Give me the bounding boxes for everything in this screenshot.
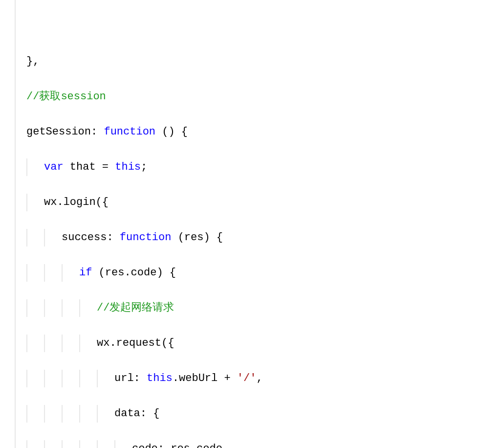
token: : — [134, 372, 147, 384]
token: : — [107, 231, 119, 244]
token: (res.code) { — [92, 267, 176, 279]
token: : { — [140, 407, 160, 420]
token: () { — [155, 126, 188, 138]
code-line: //发起网络请求 — [9, 299, 481, 317]
code-line: if (res.code) { — [9, 264, 481, 282]
code-line: var that = this; — [9, 158, 481, 176]
keyword-token: var — [44, 161, 64, 173]
code-line: success: function (res) { — [9, 229, 481, 246]
keyword-token: if — [79, 267, 92, 279]
keyword-token: this — [115, 161, 141, 173]
token: ; — [141, 161, 147, 173]
comment-token: //发起网络请求 — [97, 302, 174, 314]
token: getSession — [26, 126, 91, 138]
token: success — [62, 231, 107, 244]
code-line: code: res.code — [9, 440, 481, 448]
code-line: wx.request({ — [9, 335, 481, 352]
token: : — [91, 126, 104, 138]
comment-token: //获取session — [26, 90, 106, 103]
code-line: getSession: function () { — [9, 123, 481, 141]
token: , — [256, 372, 262, 384]
code-line: url: this.webUrl + '/', — [9, 370, 481, 387]
string-token: '/' — [237, 372, 257, 384]
code-line: }, — [9, 53, 481, 70]
keyword-token: function — [104, 126, 155, 138]
token: : res.code — [158, 443, 222, 448]
token: url — [114, 372, 134, 384]
code-line: data: { — [9, 405, 481, 423]
keyword-token: this — [147, 372, 173, 384]
token: .webUrl + — [173, 372, 237, 384]
token: that = — [64, 161, 115, 173]
token: wx.login({ — [44, 196, 109, 208]
keyword-token: function — [120, 231, 172, 244]
token: wx.request({ — [97, 337, 174, 349]
code-editor: }, //获取session getSession: function () {… — [0, 0, 481, 448]
token: code — [132, 443, 158, 448]
code-line: wx.login({ — [9, 194, 481, 211]
token: (res) { — [171, 231, 223, 244]
token: data — [114, 407, 140, 420]
code-line: //获取session — [9, 88, 481, 106]
token: }, — [26, 55, 39, 67]
